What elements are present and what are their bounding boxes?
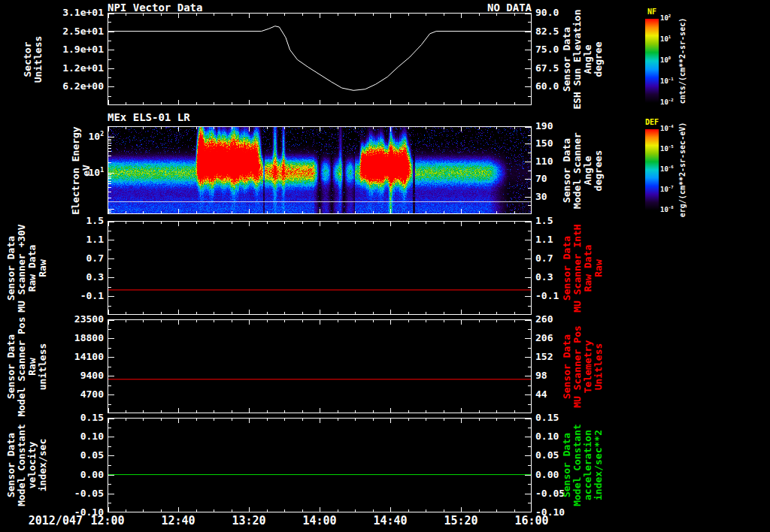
def-colorbar [645, 129, 659, 210]
date-label: 2012/047 [0, 516, 83, 526]
x-axis-time-label: 12:40 [152, 516, 205, 526]
panel1-left-axis-label: SectorUnitless [23, 35, 44, 83]
no-data-annotation: NO DATA [306, 2, 532, 14]
x-axis-time-label: 14:00 [293, 516, 346, 526]
model-constant-chart-canvas [108, 418, 532, 512]
els-spectrogram-canvas [108, 126, 532, 214]
panel5-left-tick-label: 0.15 [0, 413, 104, 422]
panel1-right-axis-label: Sensor DataESH Sun ElevationAngledegree [562, 9, 604, 109]
panel1-left-tick-label: 3.1e+01 [0, 8, 104, 17]
x-axis-time-label: 14:40 [364, 516, 417, 526]
panel4-right-tick-label: 260 [535, 314, 603, 324]
nf-colorbar [645, 19, 659, 103]
x-axis-time-label: 16:00 [505, 516, 558, 526]
panel2-right-axis-label: Sensor DataModel ScannerAngledegrees [562, 132, 604, 209]
panel1-left-tick-label: 1.9e+01 [0, 44, 104, 54]
els-panel-title: MEx ELS-01 LR [108, 111, 190, 123]
x-axis-time-label: 13:20 [223, 516, 275, 526]
science-plot-screen: NPI Vector Data NO DATA MEx ELS-01 LR 20… [0, 0, 770, 532]
panel5-right-axis-label: Sensor DataModel Constantaccelerationind… [562, 424, 604, 506]
x-axis-time-label: 15:20 [435, 516, 487, 526]
panel4-right-axis-label: Sensor DataMU Scanner PosTelemetryUnitle… [562, 325, 604, 408]
npi-line-chart-canvas [108, 13, 532, 105]
panel3-left-axis-label: Sensor DataMU Scanner +30VRaw DataRaw [6, 224, 48, 312]
panel1-left-tick-label: 6.2e+00 [0, 81, 104, 91]
panel5-left-axis-label: Sensor DataModel Constantvelocityindex/s… [6, 424, 48, 506]
x-axis-time-label: 12:00 [81, 516, 134, 526]
panel2-right-tick-label: 190 [535, 121, 603, 131]
def-colorbar-unit-label: erg/(cm**2-sr-sec-eV) [678, 122, 687, 217]
panel1-left-tick-label: 2.5e+01 [0, 26, 104, 36]
model-scanner-pos-chart-canvas [108, 319, 532, 413]
nf-colorbar-unit-label: cnts/(cm**2-sr-sec) [678, 18, 687, 104]
panel1-left-tick-label: 1.2e+01 [0, 63, 104, 73]
panel5-right-tick-label: 0.15 [535, 413, 603, 422]
panel2-left-axis-label: Electron EnergyeV [71, 126, 92, 214]
panel4-left-axis-label: Sensor DataModel Scanner PosRawunitless [6, 316, 48, 416]
npi-panel-title: NPI Vector Data [108, 2, 202, 14]
mu-scanner-30v-chart-canvas [108, 221, 532, 315]
panel3-right-axis-label: Sensor DataMU Scanner IntHRaw DataRaw [562, 224, 604, 312]
